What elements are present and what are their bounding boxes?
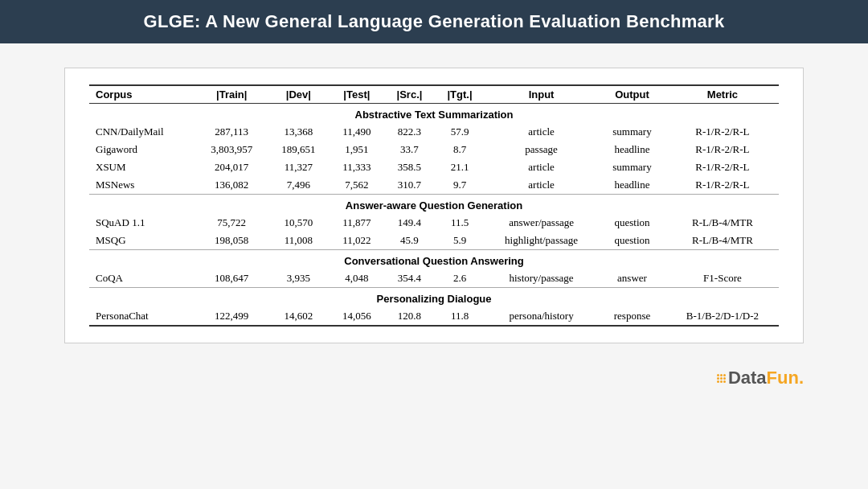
table-cell: 13,368 xyxy=(268,123,330,141)
table-cell: SQuAD 1.1 xyxy=(89,214,195,232)
table-cell: 5.9 xyxy=(435,232,485,250)
section-header-row: Answer-aware Question Generation xyxy=(89,195,779,215)
table-cell: response xyxy=(598,307,666,326)
logo: DataFun. xyxy=(717,368,804,388)
table-cell: 108,647 xyxy=(195,269,268,288)
section-header-row: Conversational Question Answering xyxy=(89,250,779,270)
table-row: MSNews136,0827,4967,562310.79.7articlehe… xyxy=(89,176,779,195)
table-cell: B-1/B-2/D-1/D-2 xyxy=(666,307,779,326)
table-cell: 14,056 xyxy=(330,307,384,326)
table-cell: 310.7 xyxy=(384,176,435,195)
table-cell: 45.9 xyxy=(384,232,435,250)
page-header: GLGE: A New General Language Generation … xyxy=(0,0,868,43)
table-cell: 198,058 xyxy=(195,232,268,250)
section-title: Abstractive Text Summarization xyxy=(89,104,779,124)
table-cell: 11,333 xyxy=(330,158,384,176)
table-cell: answer xyxy=(598,269,666,288)
section-header-row: Abstractive Text Summarization xyxy=(89,104,779,124)
table-cell: PersonaChat xyxy=(89,307,195,326)
table-row: SQuAD 1.175,72210,57011,877149.411.5answ… xyxy=(89,214,779,232)
table-cell: MSQG xyxy=(89,232,195,250)
table-cell: answer/passage xyxy=(485,214,598,232)
table-cell: 149.4 xyxy=(384,214,435,232)
section-title: Personalizing Dialogue xyxy=(89,288,779,308)
table-cell: question xyxy=(598,232,666,250)
table-cell: 189,651 xyxy=(268,141,330,158)
table-cell: CoQA xyxy=(89,269,195,288)
table-container: Corpus |Train| |Dev| |Test| |Src.| |Tgt.… xyxy=(64,68,804,343)
logo-fun-text: Fun. xyxy=(767,368,804,388)
table-header-row: Corpus |Train| |Dev| |Test| |Src.| |Tgt.… xyxy=(89,85,779,104)
table-cell: article xyxy=(485,158,598,176)
table-cell: history/passage xyxy=(485,269,598,288)
col-test: |Test| xyxy=(330,85,384,104)
table-cell: R-1/R-2/R-L xyxy=(666,176,779,195)
table-cell: 21.1 xyxy=(435,158,485,176)
table-cell: summary xyxy=(598,158,666,176)
col-src: |Src.| xyxy=(384,85,435,104)
table-cell: 10,570 xyxy=(268,214,330,232)
table-cell: 14,602 xyxy=(268,307,330,326)
table-cell: 3,935 xyxy=(268,269,330,288)
table-cell: question xyxy=(598,214,666,232)
table-cell: 822.3 xyxy=(384,123,435,141)
logo-data-text: Data xyxy=(728,368,767,388)
table-cell: 8.7 xyxy=(435,141,485,158)
table-cell: R-L/B-4/MTR xyxy=(666,232,779,250)
col-output: Output xyxy=(598,85,666,104)
table-cell: 11,490 xyxy=(330,123,384,141)
table-row: XSUM204,01711,32711,333358.521.1articles… xyxy=(89,158,779,176)
table-row: Gigaword3,803,957189,6511,95133.78.7pass… xyxy=(89,141,779,158)
col-dev: |Dev| xyxy=(268,85,330,104)
table-cell: 7,562 xyxy=(330,176,384,195)
table-cell: highlight/passage xyxy=(485,232,598,250)
table-cell: persona/history xyxy=(485,307,598,326)
table-cell: F1-Score xyxy=(666,269,779,288)
col-metric: Metric xyxy=(666,85,779,104)
table-cell: 120.8 xyxy=(384,307,435,326)
table-cell: headline xyxy=(598,141,666,158)
table-cell: R-1/R-2/R-L xyxy=(666,141,779,158)
table-cell: 11,877 xyxy=(330,214,384,232)
table-cell: XSUM xyxy=(89,158,195,176)
table-cell: passage xyxy=(485,141,598,158)
table-cell: 354.4 xyxy=(384,269,435,288)
logo-dot-grid xyxy=(717,374,728,383)
table-cell: 11.8 xyxy=(435,307,485,326)
table-row: CNN/DailyMail287,11313,36811,490822.357.… xyxy=(89,123,779,141)
table-cell: 11,327 xyxy=(268,158,330,176)
table-cell: summary xyxy=(598,123,666,141)
table-cell: 204,017 xyxy=(195,158,268,176)
table-cell: 33.7 xyxy=(384,141,435,158)
table-cell: 11,022 xyxy=(330,232,384,250)
table-cell: 136,082 xyxy=(195,176,268,195)
table-cell: Gigaword xyxy=(89,141,195,158)
table-cell: article xyxy=(485,123,598,141)
table-row: PersonaChat122,49914,60214,056120.811.8p… xyxy=(89,307,779,326)
table-cell: 1,951 xyxy=(330,141,384,158)
table-cell: headline xyxy=(598,176,666,195)
col-corpus: Corpus xyxy=(89,85,195,104)
table-cell: 4,048 xyxy=(330,269,384,288)
table-cell: 11.5 xyxy=(435,214,485,232)
table-cell: 122,499 xyxy=(195,307,268,326)
table-cell: R-L/B-4/MTR xyxy=(666,214,779,232)
table-cell: CNN/DailyMail xyxy=(89,123,195,141)
table-cell: 57.9 xyxy=(435,123,485,141)
table-cell: 7,496 xyxy=(268,176,330,195)
col-train: |Train| xyxy=(195,85,268,104)
col-tgt: |Tgt.| xyxy=(435,85,485,104)
section-header-row: Personalizing Dialogue xyxy=(89,288,779,308)
page-title: GLGE: A New General Language Generation … xyxy=(144,11,725,31)
table-cell: 11,008 xyxy=(268,232,330,250)
table-cell: 75,722 xyxy=(195,214,268,232)
col-input: Input xyxy=(485,85,598,104)
section-title: Answer-aware Question Generation xyxy=(89,195,779,215)
table-cell: 287,113 xyxy=(195,123,268,141)
table-cell: R-1/R-2/R-L xyxy=(666,158,779,176)
section-title: Conversational Question Answering xyxy=(89,250,779,270)
table-cell: 2.6 xyxy=(435,269,485,288)
table-cell: MSNews xyxy=(89,176,195,195)
table-cell: 3,803,957 xyxy=(195,141,268,158)
table-cell: 9.7 xyxy=(435,176,485,195)
